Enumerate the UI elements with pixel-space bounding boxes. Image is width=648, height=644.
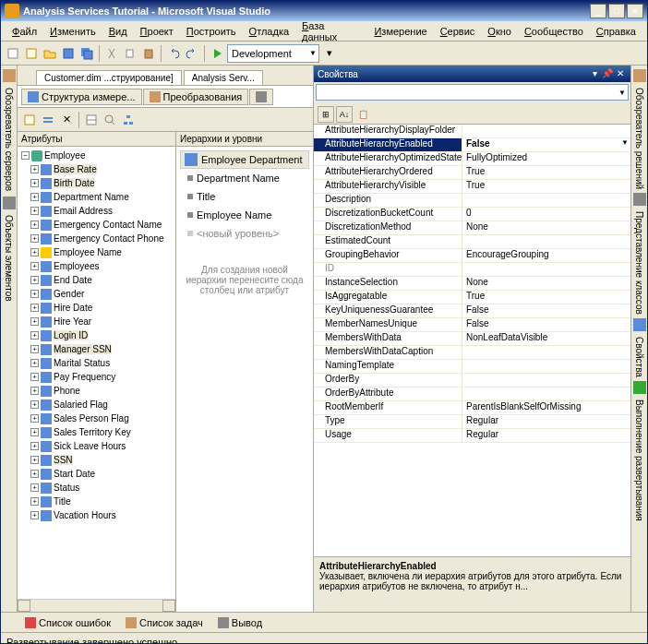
attribute-item[interactable]: +Login ID (18, 328, 175, 342)
attribute-item[interactable]: +Start Date (18, 467, 175, 481)
property-row[interactable]: GroupingBehaviorEncourageGrouping (314, 249, 630, 263)
attribute-item[interactable]: +Employee Name (18, 245, 175, 259)
property-row[interactable]: OrderBy (314, 374, 630, 388)
btab-output[interactable]: Вывод (212, 616, 268, 629)
saveall-icon[interactable] (78, 45, 95, 62)
btab-tasklist[interactable]: Список задач (120, 616, 209, 629)
attribute-item[interactable]: +Birth Date (18, 176, 175, 190)
property-row[interactable]: AttributeHierarchyOptimizedStateFullyOpt… (314, 152, 630, 166)
expand-icon[interactable]: + (30, 442, 39, 450)
expand-icon[interactable]: + (30, 359, 39, 367)
property-row[interactable]: KeyUniquenessGuaranteeFalse (314, 304, 630, 318)
maximize-button[interactable]: □ (608, 4, 625, 18)
properties-icon[interactable] (633, 318, 646, 331)
property-row[interactable]: NamingTemplate (314, 360, 630, 374)
expand-icon[interactable]: + (30, 276, 39, 284)
property-row[interactable]: AttributeHierarchyOrderedTrue (314, 166, 630, 180)
expand-icon[interactable]: − (21, 151, 30, 160)
attribute-item[interactable]: +Sales Person Flag (18, 411, 175, 425)
zoom-icon[interactable] (102, 112, 118, 128)
paste-icon[interactable] (140, 45, 157, 62)
expand-icon[interactable]: + (30, 470, 39, 478)
attribute-item[interactable]: +Emergency Contact Phone (18, 232, 175, 245)
menu-help[interactable]: Справка (591, 24, 642, 39)
attribute-item[interactable]: +Emergency Contact Name (18, 218, 175, 232)
property-row[interactable]: MemberNamesUniqueFalse (314, 318, 630, 332)
hscroll[interactable] (18, 599, 175, 612)
property-row[interactable]: AttributeHierarchyDisplayFolder (314, 125, 630, 138)
expand-icon[interactable]: + (30, 414, 39, 423)
new-project-icon[interactable] (5, 45, 21, 62)
attribute-item[interactable]: +Gender (18, 287, 175, 301)
redo-icon[interactable] (184, 45, 200, 62)
attribute-item[interactable]: +Sales Territory Key (18, 425, 175, 439)
start-icon[interactable] (209, 45, 225, 62)
property-row[interactable]: MembersWithDataCaption (314, 346, 630, 360)
expand-icon[interactable]: + (30, 179, 39, 187)
attribute-item[interactable]: +Title (18, 495, 175, 508)
property-row[interactable]: InstanceSelectionNone (314, 277, 630, 291)
tab-deployment[interactable]: Выполнение развертывания (633, 396, 645, 525)
expand-icon[interactable]: + (30, 304, 39, 312)
attribute-item[interactable]: +Base Rate (18, 162, 175, 176)
attributes-tree[interactable]: −Employee +Base Rate+Birth Date+Departme… (18, 147, 175, 599)
attribute-item[interactable]: +Department Name (18, 190, 175, 204)
property-row[interactable]: RootMemberIfParentIsBlankSelfOrMissing (314, 401, 630, 415)
expand-icon[interactable]: + (30, 373, 39, 381)
expand-icon[interactable]: + (30, 234, 39, 243)
property-row[interactable]: Description (314, 194, 630, 208)
doctab-analysis[interactable]: Analysis Serv... (184, 70, 263, 85)
tab-solution-explorer[interactable]: Обозреватель решений (633, 84, 645, 193)
expand-icon[interactable]: + (30, 511, 39, 519)
categorized-icon[interactable]: ⊞ (318, 106, 334, 123)
expand-icon[interactable]: + (30, 290, 39, 298)
close-button[interactable]: ✕ (627, 4, 643, 18)
server-explorer-icon[interactable] (3, 69, 16, 82)
attribute-item[interactable]: +Employees (18, 259, 175, 273)
menu-view[interactable]: Вид (103, 24, 133, 39)
attribute-item[interactable]: +Marital Status (18, 356, 175, 370)
attribute-item[interactable]: +Status (18, 481, 175, 495)
hierarchy-level[interactable]: Employee Name (180, 206, 309, 224)
menu-window[interactable]: Окно (482, 24, 517, 39)
property-row[interactable]: ID (314, 263, 630, 277)
delete-icon[interactable]: ✕ (58, 112, 75, 128)
dropdown-chevron-icon[interactable]: ▾ (321, 45, 338, 62)
attribute-item[interactable]: +Sick Leave Hours (18, 439, 175, 453)
attribute-item[interactable]: +Hire Date (18, 301, 175, 315)
subtab-more[interactable] (249, 89, 273, 105)
expand-icon[interactable]: + (30, 483, 39, 492)
property-row[interactable]: AttributeHierarchyVisibleTrue (314, 180, 630, 194)
hierarchy-level[interactable]: Department Name (180, 169, 309, 187)
save-icon[interactable] (60, 45, 77, 62)
property-row[interactable]: DiscretizationBucketCount0 (314, 208, 630, 221)
menu-debug[interactable]: Отладка (244, 24, 295, 39)
menu-community[interactable]: Сообщество (519, 24, 589, 39)
expand-icon[interactable]: + (30, 317, 39, 326)
class-view-icon[interactable] (633, 193, 646, 206)
attribute-item[interactable]: +SSN (18, 453, 175, 467)
pin-icon[interactable]: ▾ (588, 68, 601, 79)
menu-edit[interactable]: Изменить (44, 24, 102, 39)
property-row[interactable]: OrderByAttribute (314, 388, 630, 401)
expand-icon[interactable]: + (30, 497, 39, 506)
expand-icon[interactable]: + (30, 331, 39, 340)
attribute-item[interactable]: +Email Address (18, 204, 175, 218)
tree-icon[interactable] (120, 112, 137, 128)
expand-icon[interactable]: + (30, 428, 39, 436)
menu-project[interactable]: Проект (135, 24, 179, 39)
property-row[interactable]: TypeRegular (314, 415, 630, 429)
menu-dimension[interactable]: Измерение (368, 24, 432, 39)
tab-properties[interactable]: Свойства (633, 333, 645, 381)
attribute-item[interactable]: +Pay Frequency (18, 370, 175, 384)
expand-icon[interactable]: + (30, 345, 39, 353)
expand-icon[interactable]: + (30, 387, 39, 395)
attribute-item[interactable]: +Vacation Hours (18, 508, 175, 522)
expand-icon[interactable]: + (30, 193, 39, 201)
tab-toolbox[interactable]: Объекты элементов (3, 211, 15, 305)
pin-icon[interactable]: 📌 (601, 68, 614, 79)
close-panel-icon[interactable]: ✕ (614, 68, 627, 79)
subtab-transforms[interactable]: Преобразования (143, 89, 249, 105)
property-row[interactable]: IsAggregatableTrue (314, 291, 630, 304)
menu-service[interactable]: Сервис (435, 24, 481, 39)
